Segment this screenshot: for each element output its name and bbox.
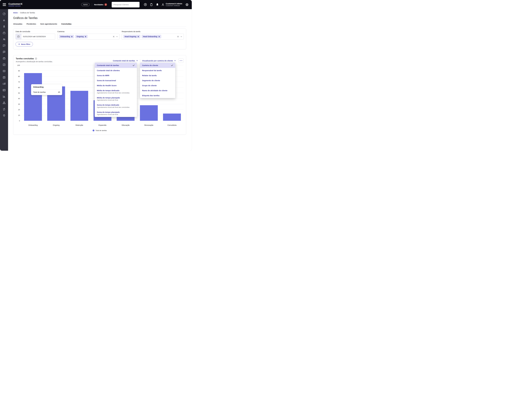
date-range-input[interactable]: 01/01/2024 até 31/03/2024 [15,34,55,39]
date-filter-field: Data de conclusão 01/01/2024 até 31/03/2… [15,31,55,39]
user-company: CustomerX Software [166,5,182,7]
sidebar-item-clients[interactable] [0,36,8,42]
menu-item-label: Grupo do cliente [142,84,157,87]
clear-select-icon[interactable] [113,36,115,37]
sidebar-item-journey[interactable] [0,23,8,30]
count-menu-item[interactable]: Contando total de tarefas [95,63,137,68]
view-dropdown-trigger[interactable]: Visualizando por carteira do cliente [142,60,176,62]
calendar-icon[interactable] [16,34,21,39]
view-menu-item[interactable]: Grupo do cliente [140,83,175,88]
remove-chip-icon[interactable] [158,36,160,37]
responsaveis-select[interactable]: Head Ongoing Head Onboarding [122,34,184,39]
sidebar-item-feedback[interactable] [0,49,8,55]
search-input[interactable] [112,2,140,7]
count-menu-item[interactable]: Contando total de clientes [95,68,137,73]
more-options-button[interactable] [178,58,184,63]
reports-bar-chart-icon [2,19,6,22]
tab-label: Pendentes [26,23,36,25]
count-menu-item[interactable]: Média do Health Score [95,83,137,88]
user-name: CustomerX Admin [166,2,182,5]
menu-item-label: Média do tempo planejado [97,97,120,99]
plus-icon [18,43,20,45]
remove-chip-icon[interactable] [137,36,139,37]
count-menu-item[interactable]: Soma do tempo planejado Agendamento inic… [95,110,137,117]
sidebar-item-sync[interactable] [0,106,8,112]
count-menu-item[interactable]: Soma do MRR [95,73,137,78]
sidebar-item-cases[interactable] [0,55,8,61]
tab[interactable]: Sem agendamento [40,23,57,27]
novidades-link[interactable]: Novidades 2 [94,3,107,6]
menu-item-label: Responsável da tarefa [142,70,162,71]
filter-chip[interactable]: Onboarding [59,35,74,38]
calendar-check-icon [2,76,6,79]
sidebar-item-mail[interactable] [0,68,8,74]
topbar: CustomerX customer success Admin Novidad… [0,0,192,9]
sidebar-item-dashboard[interactable] [0,11,8,17]
bar-Renovação[interactable] [140,105,158,121]
remove-chip-icon[interactable] [85,36,86,37]
menu-item-description: Agendamento inicial até final das conclu… [97,106,130,108]
gear-icon[interactable] [185,3,189,6]
view-menu-item[interactable]: Ramo de atividade do cliente [140,88,175,93]
clipboard-icon[interactable] [150,3,153,6]
count-menu-item[interactable]: Soma do tempo dedicado Agendamento inici… [95,103,137,110]
breadcrumb-current: Gráficos de Tarefas [20,12,35,14]
menu-item-label: Contando total de tarefas [97,64,119,66]
info-icon[interactable] [35,58,37,60]
view-menu-item[interactable]: Responsável da tarefa [140,68,175,73]
new-filter-button[interactable]: Novo filtro [15,42,33,46]
view-menu-item[interactable]: Etiqueta das tarefas [140,93,175,98]
bar-slot [68,65,91,121]
carteiras-select[interactable]: Onboarding Ongoing [57,34,119,39]
tab[interactable]: Pendentes [26,23,36,27]
sidebar-item-tasks[interactable] [0,61,8,68]
tab[interactable]: Concluídas [61,23,71,27]
filter-chip[interactable]: Ongoing [75,35,88,38]
bar-Retenção[interactable] [71,91,88,121]
count-menu-item[interactable]: Média do tempo dedicado Agendamento inic… [95,88,137,95]
sidebar-item-schedule[interactable] [0,74,8,81]
chevron-down-icon[interactable] [116,36,118,37]
clear-select-icon[interactable] [177,36,179,37]
sidebar-item-hierarchy[interactable] [0,100,8,106]
brand-logo[interactable]: CustomerX customer success [8,2,23,7]
view-menu-item[interactable]: Segmento do cliente [140,78,175,83]
view-menu-item[interactable]: Relator da tarefa [140,73,175,78]
bell-icon[interactable] [156,3,159,6]
view-menu-item[interactable]: Carteira do cliente [140,63,175,68]
sidebar-item-meetings[interactable] [0,81,8,87]
filters-card: Data de conclusão 01/01/2024 até 31/03/2… [13,28,186,49]
filter-chip[interactable]: Head Ongoing [123,35,140,38]
admin-badge: Admin [81,3,90,6]
count-dropdown-trigger[interactable]: Contando total de tarefas [113,60,138,62]
breadcrumb: Início › Gráficos de Tarefas [13,12,186,14]
chart-title: Tarefas concluídas [16,58,34,60]
tab[interactable]: Atrasadas [13,23,22,27]
upload-icon[interactable] [144,3,147,6]
count-menu-item[interactable]: Média do tempo planejado Agendamento ini… [95,95,137,103]
menu-icon[interactable] [3,3,6,6]
sidebar-item-portfolio[interactable] [0,30,8,36]
sidebar-item-analytics[interactable] [0,93,8,100]
sidebar-item-integrations[interactable] [0,112,8,119]
sidebar-item-contacts[interactable] [0,87,8,93]
bar-Consultoria[interactable] [163,114,181,121]
legend-label: Total de tarefas [95,129,107,131]
count-dropdown-menu: Contando total de tarefas Contando total… [95,63,137,117]
filter-chip[interactable]: Head Onboarding [142,35,161,38]
sidebar-item-reports[interactable] [0,17,8,23]
x-axis-label: Renovação [137,124,160,126]
sidebar: ? [0,9,8,151]
breadcrumb-home[interactable]: Início [13,12,18,14]
remove-chip-icon[interactable] [71,36,73,37]
chevron-down-icon[interactable] [180,36,182,37]
user-menu[interactable]: CustomerX Admin CustomerX Software [161,2,182,7]
y-axis: 0102030405060708090100 [16,65,21,121]
y-axis-tick: 80 [18,75,20,77]
bar-Onboarding[interactable] [24,73,42,121]
sidebar-item-surveys[interactable]: ? [0,42,8,49]
count-menu-item[interactable]: Soma do transacional [95,78,137,83]
menu-item-description: Agendamento inicial até final das conclu… [97,92,130,94]
x-axis-label: Consultoria [160,124,184,126]
app-window: CustomerX customer success Admin Novidad… [0,0,192,151]
